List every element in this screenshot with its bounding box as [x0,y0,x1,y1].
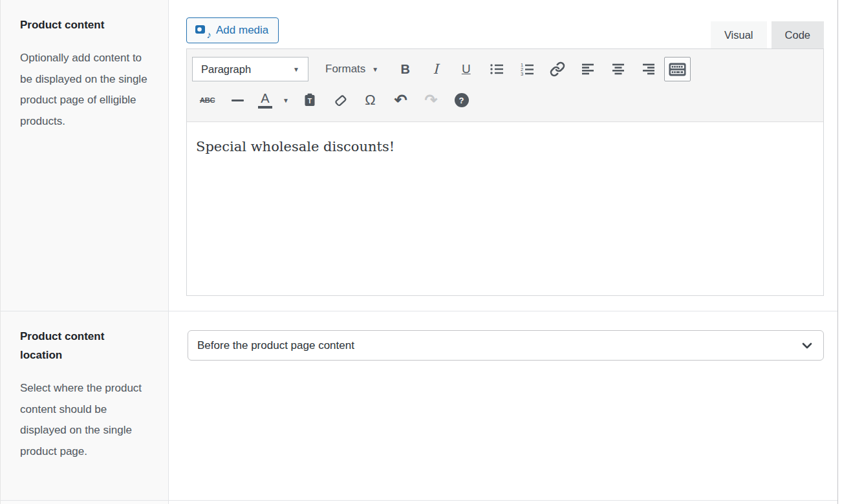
bold-button[interactable]: B [390,57,420,81]
bold-icon: B [401,62,410,77]
svg-text:3: 3 [521,71,523,77]
italic-icon: I [433,61,438,77]
underline-button[interactable]: U [451,57,481,81]
numbered-list-icon: 1 2 3 [519,61,535,77]
undo-button[interactable]: ↶ [385,88,416,112]
toolbar-row-2: ABC A ▼ [192,85,818,116]
underline-icon: U [462,62,471,76]
content-location-value: Before the product page content [197,339,354,352]
eraser-icon [332,92,348,108]
help-button[interactable]: ? [446,88,477,112]
content-location-select[interactable]: Before the product page content [188,330,824,361]
editor-toolbar: Paragraph ▼ Formats ▼ B I [187,49,823,122]
text-color-button[interactable]: A [253,88,277,112]
redo-icon: ↷ [424,92,437,108]
product-content-description: Optionally add content to be displayed o… [20,48,149,132]
strikethrough-icon: ABC [200,96,215,104]
svg-text:T: T [307,97,312,105]
wysiwyg-editor: Paragraph ▼ Formats ▼ B I [186,48,824,296]
align-right-icon [641,61,656,77]
toolbar-row-1: Paragraph ▼ Formats ▼ B I [192,54,818,85]
formats-label: Formats [325,63,365,76]
link-icon [550,61,565,77]
align-right-button[interactable] [633,57,664,81]
italic-button[interactable]: I [420,57,451,81]
product-content-label-cell: Product content Optionally add content t… [1,0,169,311]
product-content-title: Product content [20,16,149,34]
toolbar-toggle-button[interactable] [664,57,691,81]
add-media-button[interactable]: ♪ Add media [186,17,279,43]
omega-icon: Ω [365,92,375,109]
location-description: Select where the product content should … [20,378,149,462]
tab-visual[interactable]: Visual [711,21,767,48]
align-left-button[interactable] [572,57,603,81]
chevron-down-icon: ▼ [283,97,289,104]
tab-code[interactable]: Code [772,21,824,48]
redo-button[interactable]: ↷ [416,88,446,112]
formats-dropdown[interactable]: Formats ▼ [318,57,386,81]
paragraph-style-value: Paragraph [201,63,251,76]
align-left-icon [580,61,596,77]
product-content-row: Product content Optionally add content t… [1,0,837,311]
location-title: Product content location [20,327,149,364]
chevron-down-icon [802,342,812,349]
text-color-icon: A [258,92,272,109]
location-select-cell: Before the product page content [169,311,837,500]
chevron-down-icon: ▼ [372,66,378,73]
horizontal-rule-button[interactable] [222,88,253,112]
bullet-list-icon [489,61,504,77]
special-character-button[interactable]: Ω [355,88,385,112]
location-label-cell: Product content location Select where th… [1,311,169,500]
editor-content-area[interactable]: Special wholesale discounts! [187,122,823,295]
chevron-down-icon: ▼ [293,66,299,73]
numbered-list-button[interactable]: 1 2 3 [512,57,542,81]
media-icon: ♪ [195,24,210,37]
strikethrough-button[interactable]: ABC [192,88,222,112]
align-center-icon [610,61,626,77]
editor-mode-tabs: Visual Code [711,21,824,48]
add-media-label: Add media [216,24,268,37]
next-row-sliver [1,501,837,504]
clear-formatting-button[interactable] [325,88,355,112]
paste-as-text-icon: T [302,92,318,108]
editor-topbar: ♪ Add media Visual Code [186,17,824,48]
product-content-editor-cell: ♪ Add media Visual Code Paragraph ▼ [169,0,837,311]
horizontal-rule-icon [232,100,244,101]
product-content-location-row: Product content location Select where th… [1,311,837,501]
settings-panel: Product content Optionally add content t… [0,0,838,504]
toolbar-toggle-icon [669,63,686,76]
help-icon: ? [455,93,469,107]
text-color-dropdown[interactable]: ▼ [277,88,294,112]
undo-icon: ↶ [394,92,407,108]
bullet-list-button[interactable] [481,57,512,81]
align-center-button[interactable] [603,57,633,81]
link-button[interactable] [542,57,572,81]
paragraph-style-select[interactable]: Paragraph ▼ [192,57,308,81]
paste-as-text-button[interactable]: T [294,88,325,112]
